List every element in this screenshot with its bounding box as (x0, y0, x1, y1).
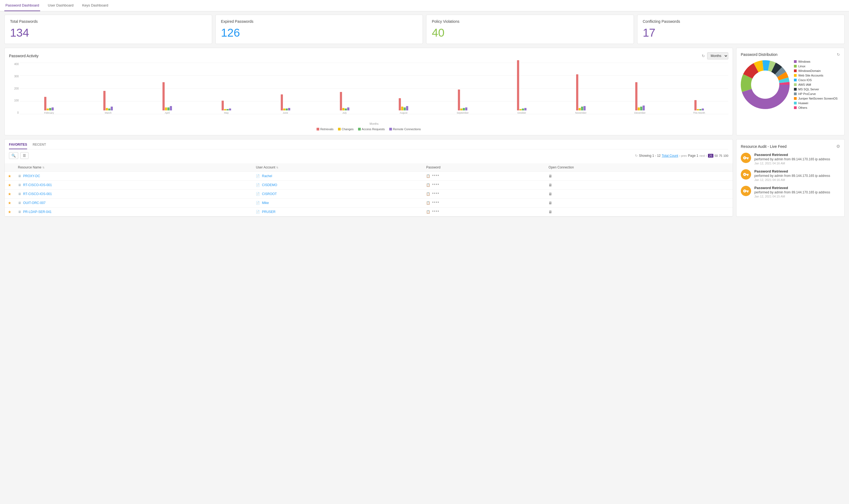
feed-avatar (741, 169, 751, 180)
policy-violations-label: Policy Violations (432, 19, 628, 23)
legend-huawei: Huawei (798, 102, 808, 105)
star-cell[interactable]: ★ (5, 199, 15, 208)
page-size-100[interactable]: 100 (723, 154, 728, 157)
bar (229, 108, 231, 110)
user-link[interactable]: CISROOT (262, 192, 277, 196)
connection-cell[interactable]: 🖥 (545, 199, 733, 208)
resource-link[interactable]: PROXY-DC (23, 174, 40, 178)
bar (345, 108, 347, 110)
user-link[interactable]: Rachel (262, 174, 272, 178)
bar (165, 107, 167, 110)
star-cell[interactable]: ★ (5, 208, 15, 216)
top-nav: Password Dashboard User Dashboard Keys D… (0, 0, 849, 12)
legend-access: Access Requests (362, 127, 385, 131)
star-cell[interactable]: ★ (5, 181, 15, 190)
bar (52, 107, 54, 110)
search-button[interactable]: 🔍 (9, 152, 18, 159)
tab-favorites[interactable]: FAVORITES (9, 143, 27, 149)
user-link[interactable]: Mike (262, 201, 269, 205)
password-dots: **** (432, 192, 440, 196)
conflicting-passwords-value: 17 (643, 26, 839, 39)
password-cell: 📋 **** (423, 190, 545, 199)
page-size-25[interactable]: 25 (708, 154, 713, 158)
connection-cell[interactable]: 🖥 (545, 181, 733, 190)
password-dots: **** (432, 201, 440, 205)
feed-avatar (741, 186, 751, 196)
feed-item: Password Retrieved performed by admin fr… (741, 169, 840, 181)
resource-icon: 🖥 (18, 183, 21, 187)
legend-juniper: Juniper NetScreen ScreenOS (798, 97, 837, 100)
star-cell[interactable]: ★ (5, 172, 15, 181)
bar-chart-container: 0 100 200 300 400 Febr (9, 63, 728, 131)
legend-retrievals: Retrievals (320, 127, 333, 131)
resource-link[interactable]: OUIT-ORC-007 (23, 201, 46, 205)
star-cell[interactable]: ★ (5, 190, 15, 199)
tab-user-dashboard[interactable]: User Dashboard (47, 0, 75, 11)
col-open-connection: Open Connection (545, 163, 733, 172)
period-select[interactable]: Months Weeks Days (707, 52, 728, 59)
bar (286, 108, 288, 110)
connection-icon[interactable]: 🖥 (548, 201, 552, 205)
legend-website: Web Site Accounts (798, 74, 823, 77)
resource-link[interactable]: PR-LDAP-SER-041 (23, 210, 52, 214)
connection-cell[interactable]: 🖥 (545, 172, 733, 181)
bar (108, 108, 110, 110)
user-link[interactable]: CISDEMO (262, 183, 277, 187)
bar-group: November (552, 59, 610, 114)
feed-time: Jan 12, 2021 04:16 AM (754, 178, 840, 181)
page-size-75[interactable]: 75 (719, 154, 722, 157)
bar-group: April (138, 59, 197, 114)
tab-password-dashboard[interactable]: Password Dashboard (4, 0, 40, 11)
list-view-button[interactable]: ☰ (20, 152, 29, 159)
resource-link[interactable]: RT-CISCO-IOS-001 (23, 192, 52, 196)
bar (697, 109, 699, 110)
resource-icon: 🖥 (18, 210, 21, 214)
password-dots: **** (432, 174, 440, 178)
connection-icon[interactable]: 🖥 (548, 192, 552, 196)
tab-keys-dashboard[interactable]: Keys Dashboard (81, 0, 109, 11)
legend-cisco: Cisco IOS (798, 78, 812, 82)
distribution-refresh-icon[interactable]: ↻ (837, 52, 840, 57)
connection-cell[interactable]: 🖥 (545, 190, 733, 199)
user-link[interactable]: PRUSER (262, 210, 276, 214)
total-count-link[interactable]: Total Count (662, 154, 679, 158)
bar (162, 82, 165, 110)
refresh-icon-table[interactable]: ↻ (635, 154, 638, 158)
col-password: Password (423, 163, 545, 172)
connection-cell[interactable]: 🖥 (545, 208, 733, 216)
bar-month-label: March (105, 111, 111, 114)
connection-icon[interactable]: 🖥 (548, 210, 552, 214)
next-page[interactable]: next › (699, 154, 707, 157)
activity-refresh-icon[interactable]: ↻ (702, 54, 705, 58)
connection-icon[interactable]: 🖥 (548, 183, 552, 187)
resource-name-cell: 🖥 PROXY-DC (15, 172, 253, 181)
page-size-50[interactable]: 50 (715, 154, 718, 157)
bar (458, 90, 460, 110)
prev-page[interactable]: ‹ prev (679, 154, 687, 157)
distribution-chart-card: Password Distribution ↻ (736, 48, 845, 136)
bar (524, 108, 526, 110)
connection-icon[interactable]: 🖥 (548, 174, 552, 178)
y-label-400: 400 (9, 63, 19, 66)
bar (463, 108, 465, 110)
password-cell: 📋 **** (423, 208, 545, 216)
distribution-chart-title: Password Distribution (741, 52, 777, 57)
legend-windows: Windows (798, 60, 811, 63)
bar (47, 108, 49, 110)
password-dots: **** (432, 183, 440, 187)
bar (167, 107, 169, 110)
tab-recent[interactable]: RECENT (33, 143, 46, 149)
resource-link[interactable]: RT-CISCO-IOS-001 (23, 183, 52, 187)
feed-action: Password Retrieved (754, 169, 840, 173)
bar (694, 100, 697, 110)
col-resource-name: Resource Name ⇅ (15, 163, 253, 172)
settings-icon[interactable]: ⚙ (836, 144, 840, 149)
bar (460, 108, 463, 110)
bar-group: May (197, 59, 255, 114)
bar-group: This Month (670, 59, 728, 114)
resource-name-cell: 🖥 PR-LDAP-SER-041 (15, 208, 253, 216)
bar (227, 109, 229, 110)
bar (399, 98, 401, 110)
bar-group: October (492, 59, 551, 114)
bar (583, 106, 585, 110)
